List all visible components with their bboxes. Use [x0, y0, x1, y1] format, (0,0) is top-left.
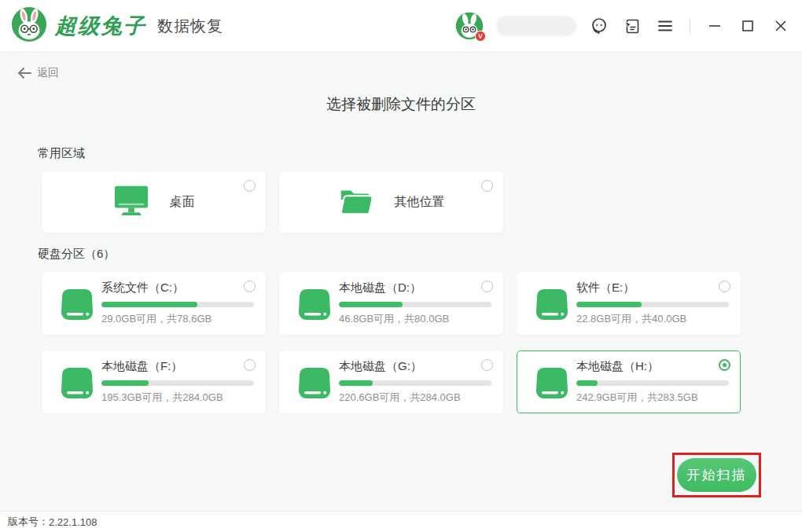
section-label-partitions: 硬盘分区（6） — [38, 247, 115, 262]
area-label: 其他位置 — [395, 194, 445, 211]
partition-card-h[interactable]: 本地磁盘（H:） 242.9GB可用，共283.5GB — [517, 350, 741, 413]
brand-area: 超级兔子 数据恢复 — [11, 6, 223, 46]
radio-partition-e[interactable] — [719, 281, 730, 292]
partition-card-f[interactable]: 本地磁盘（F:） 195.3GB可用，共284.0GB — [42, 350, 266, 413]
radio-desktop[interactable] — [244, 180, 256, 192]
usage-bar — [576, 302, 729, 307]
partition-name: 本地磁盘（H:） — [576, 359, 659, 374]
back-label: 返回 — [37, 66, 59, 80]
radio-partition-h[interactable] — [719, 359, 730, 371]
feedback-icon[interactable] — [622, 16, 642, 36]
title-bar: 超级兔子 数据恢复 V — [0, 0, 802, 53]
area-card-desktop[interactable]: 桌面 — [42, 171, 266, 233]
username-redacted[interactable] — [496, 16, 576, 36]
hard-drive-icon — [296, 364, 333, 405]
main-content: 返回 选择被删除文件的分区 常用区域 桌面 — [0, 53, 802, 511]
header-separator — [690, 18, 690, 34]
product-name: 数据恢复 — [157, 16, 223, 37]
usage-bar — [101, 302, 254, 307]
partition-card-e[interactable]: 软件（E:） 22.8GB可用，共40.0GB — [517, 272, 741, 335]
version-label: 版本号： — [8, 515, 49, 529]
user-avatar[interactable]: V — [455, 12, 484, 40]
app-logo-rabbit-icon — [11, 6, 47, 46]
section-label-common-areas: 常用区域 — [38, 146, 85, 161]
radio-other-location[interactable] — [481, 180, 493, 192]
hard-drive-icon — [533, 285, 571, 326]
partition-card-d[interactable]: 本地磁盘（D:） 46.8GB可用，共80.0GB — [279, 272, 503, 335]
partition-card-g[interactable]: 本地磁盘（G:） 220.6GB可用，共284.0GB — [279, 350, 503, 413]
radio-partition-d[interactable] — [481, 281, 493, 292]
app-window: 超级兔子 数据恢复 V — [0, 0, 802, 532]
partition-name: 本地磁盘（F:） — [101, 359, 182, 374]
maximize-icon[interactable] — [738, 16, 758, 36]
footer: 版本号： 2.22.1.108 — [0, 511, 802, 532]
vip-badge: V — [475, 31, 486, 42]
radio-partition-c[interactable] — [244, 281, 256, 292]
area-label: 桌面 — [170, 194, 195, 211]
partition-detail: 242.9GB可用，共283.5GB — [576, 391, 698, 405]
radio-partition-g[interactable] — [481, 359, 493, 371]
version-number: 2.22.1.108 — [49, 516, 97, 528]
customer-service-icon[interactable] — [589, 16, 609, 36]
partition-name: 本地磁盘（D:） — [339, 281, 421, 295]
usage-bar — [101, 380, 254, 386]
partition-card-c[interactable]: 系统文件（C:） 29.0GB可用，共78.6GB — [42, 272, 266, 335]
back-arrow-icon — [17, 68, 31, 79]
folder-icon — [338, 185, 374, 219]
hard-drive-icon — [58, 285, 96, 326]
annotation-highlight-box: 开始扫描 — [672, 453, 761, 497]
partition-name: 系统文件（C:） — [101, 281, 184, 295]
hard-drive-icon — [533, 364, 571, 405]
partition-detail: 46.8GB可用，共80.0GB — [339, 312, 449, 326]
partition-detail: 29.0GB可用，共78.6GB — [101, 312, 212, 326]
back-button[interactable]: 返回 — [17, 66, 59, 80]
desktop-icon — [113, 184, 149, 220]
page-title: 选择被删除文件的分区 — [0, 94, 802, 115]
radio-partition-f[interactable] — [244, 359, 256, 371]
hard-drive-icon — [296, 285, 333, 326]
hard-drive-icon — [58, 364, 96, 405]
partition-detail: 195.3GB可用，共284.0GB — [101, 391, 223, 405]
header-right: V — [455, 12, 791, 40]
brand-name: 超级兔子 — [55, 12, 146, 40]
usage-bar — [576, 380, 729, 386]
start-scan-button[interactable]: 开始扫描 — [677, 458, 756, 492]
menu-icon[interactable] — [655, 16, 675, 36]
partition-name: 软件（E:） — [576, 281, 635, 295]
area-card-other-location[interactable]: 其他位置 — [279, 171, 503, 233]
partition-name: 本地磁盘（G:） — [339, 359, 422, 374]
partition-detail: 22.8GB可用，共40.0GB — [576, 312, 686, 326]
usage-bar — [339, 380, 491, 386]
minimize-icon[interactable] — [705, 16, 725, 36]
close-icon[interactable] — [771, 16, 791, 36]
partition-detail: 220.6GB可用，共284.0GB — [339, 391, 461, 405]
usage-bar — [339, 302, 491, 307]
